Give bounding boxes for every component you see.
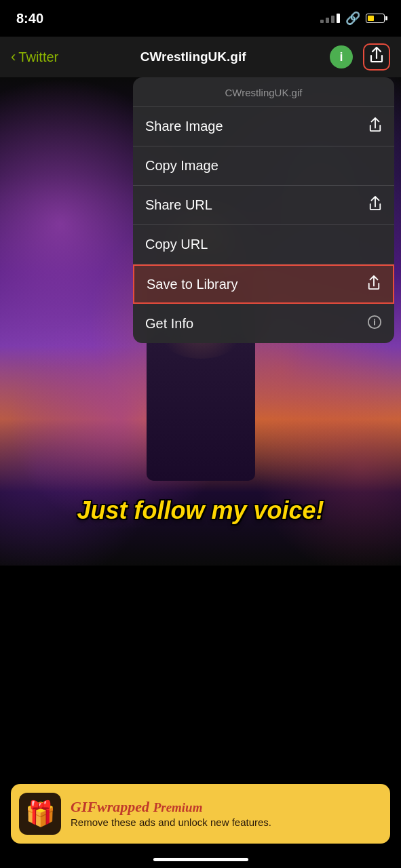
ad-app-name: GIFwrapped Premium [71,798,382,816]
status-time: 8:40 [16,11,43,26]
status-icons: 🔗 [320,11,385,26]
ad-text-block: GIFwrapped Premium Remove these ads and … [71,798,382,829]
menu-item-save-library[interactable]: Save to Library [133,264,394,304]
ad-app-icon: 🎁 [19,793,61,835]
back-label: Twitter [18,50,58,65]
menu-header: CWrestlingUK.gif [133,77,394,107]
nav-title: CWrestlingUK.gif [58,50,328,64]
info-circle-icon [367,315,382,333]
wifi-icon: 🔗 [345,11,360,26]
menu-item-save-library-label: Save to Library [147,277,238,292]
ad-banner[interactable]: 🎁 GIFwrapped Premium Remove these ads an… [11,784,390,844]
menu-item-share-image-label: Share Image [145,119,223,134]
status-bar: 8:40 🔗 [0,0,401,37]
home-indicator [153,858,248,861]
share-url-icon [368,196,382,214]
save-library-icon [367,275,381,294]
gift-icon: 🎁 [25,800,56,828]
nav-actions: i [328,43,390,71]
ad-description: Remove these ads and unlock new features… [71,816,382,829]
signal-icon [320,14,340,23]
premium-label: Premium [153,800,203,814]
gif-caption: Just follow my voice! [0,496,401,525]
menu-item-share-url-label: Share URL [145,197,212,213]
black-area [0,566,401,789]
dropdown-menu: CWrestlingUK.gif Share Image Copy Image … [133,77,394,343]
menu-item-share-url[interactable]: Share URL [133,186,394,225]
share-image-icon [368,117,382,136]
share-icon [369,47,384,67]
menu-item-copy-url[interactable]: Copy URL [133,225,394,264]
menu-item-share-image[interactable]: Share Image [133,107,394,146]
menu-item-get-info-label: Get Info [145,316,193,332]
menu-item-get-info[interactable]: Get Info [133,304,394,343]
info-button[interactable]: i [328,43,355,71]
battery-icon [366,14,385,23]
info-icon: i [330,45,353,68]
back-button[interactable]: ‹ Twitter [11,48,58,66]
menu-item-copy-image[interactable]: Copy Image [133,146,394,186]
nav-bar: ‹ Twitter CWrestlingUK.gif i [0,37,401,77]
menu-item-copy-image-label: Copy Image [145,158,218,174]
menu-item-copy-url-label: Copy URL [145,237,208,252]
app-name-text: GIFwrapped [71,798,149,815]
chevron-left-icon: ‹ [11,48,16,66]
share-button[interactable] [363,43,390,71]
